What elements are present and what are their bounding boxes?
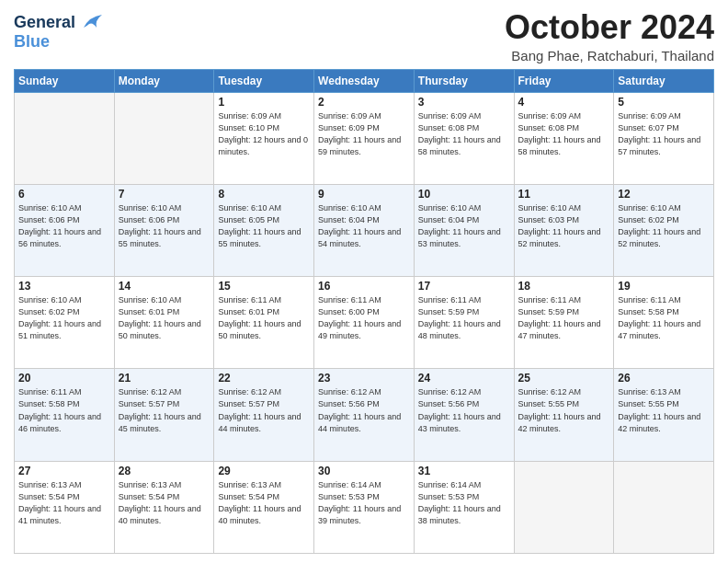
cell-info: Sunrise: 6:10 AMSunset: 6:04 PMDaylight:… xyxy=(318,202,410,250)
table-row: 22Sunrise: 6:12 AMSunset: 5:57 PMDayligh… xyxy=(214,369,314,461)
table-row: 25Sunrise: 6:12 AMSunset: 5:55 PMDayligh… xyxy=(514,369,614,461)
table-row xyxy=(114,92,214,184)
cell-info: Sunrise: 6:10 AMSunset: 6:05 PMDaylight:… xyxy=(218,202,310,250)
day-number: 18 xyxy=(518,280,610,293)
day-number: 28 xyxy=(119,465,210,477)
cell-info: Sunrise: 6:13 AMSunset: 5:54 PMDaylight:… xyxy=(218,479,310,527)
table-row: 29Sunrise: 6:13 AMSunset: 5:54 PMDayligh… xyxy=(214,461,314,553)
table-row: 9Sunrise: 6:10 AMSunset: 6:04 PMDaylight… xyxy=(314,184,415,276)
cell-info: Sunrise: 6:10 AMSunset: 6:06 PMDaylight:… xyxy=(18,202,110,250)
title-block: October 2024 Bang Phae, Ratchaburi, Thai… xyxy=(505,9,714,63)
col-friday: Friday xyxy=(514,69,614,92)
cell-info: Sunrise: 6:10 AMSunset: 6:01 PMDaylight:… xyxy=(119,294,210,342)
cell-info: Sunrise: 6:13 AMSunset: 5:55 PMDaylight:… xyxy=(618,386,710,434)
cell-info: Sunrise: 6:09 AMSunset: 6:08 PMDaylight:… xyxy=(518,110,610,158)
logo-blue-text: Blue xyxy=(14,32,102,52)
col-monday: Monday xyxy=(114,69,214,92)
cell-info: Sunrise: 6:09 AMSunset: 6:09 PMDaylight:… xyxy=(318,110,410,158)
day-number: 4 xyxy=(518,96,610,109)
day-number: 26 xyxy=(618,372,710,385)
table-row: 18Sunrise: 6:11 AMSunset: 5:59 PMDayligh… xyxy=(514,277,614,369)
table-row: 4Sunrise: 6:09 AMSunset: 6:08 PMDaylight… xyxy=(514,92,614,184)
day-number: 23 xyxy=(318,372,410,385)
day-number: 12 xyxy=(618,188,710,201)
day-number: 13 xyxy=(18,280,110,293)
table-row xyxy=(614,461,714,553)
table-row: 20Sunrise: 6:11 AMSunset: 5:58 PMDayligh… xyxy=(15,369,115,461)
header: General Blue October 2024 Bang Phae, Rat… xyxy=(14,9,714,63)
table-row: 31Sunrise: 6:14 AMSunset: 5:53 PMDayligh… xyxy=(414,461,514,553)
cell-info: Sunrise: 6:11 AMSunset: 5:59 PMDaylight:… xyxy=(518,294,610,342)
location: Bang Phae, Ratchaburi, Thailand xyxy=(505,48,714,63)
day-number: 6 xyxy=(18,188,110,201)
day-number: 21 xyxy=(119,372,210,385)
calendar-week-row: 27Sunrise: 6:13 AMSunset: 5:54 PMDayligh… xyxy=(15,461,714,553)
table-row: 13Sunrise: 6:10 AMSunset: 6:02 PMDayligh… xyxy=(15,277,115,369)
day-number: 27 xyxy=(18,465,110,477)
table-row: 26Sunrise: 6:13 AMSunset: 5:55 PMDayligh… xyxy=(614,369,714,461)
day-number: 2 xyxy=(318,96,410,109)
table-row: 7Sunrise: 6:10 AMSunset: 6:06 PMDaylight… xyxy=(114,184,214,276)
cell-info: Sunrise: 6:13 AMSunset: 5:54 PMDaylight:… xyxy=(119,479,210,527)
day-number: 8 xyxy=(218,188,310,201)
day-number: 24 xyxy=(418,372,510,385)
cell-info: Sunrise: 6:10 AMSunset: 6:03 PMDaylight:… xyxy=(518,202,610,250)
calendar-week-row: 13Sunrise: 6:10 AMSunset: 6:02 PMDayligh… xyxy=(15,277,714,369)
table-row: 21Sunrise: 6:12 AMSunset: 5:57 PMDayligh… xyxy=(114,369,214,461)
day-number: 19 xyxy=(618,280,710,293)
calendar-week-row: 20Sunrise: 6:11 AMSunset: 5:58 PMDayligh… xyxy=(15,369,714,461)
table-row xyxy=(15,92,115,184)
logo: General Blue xyxy=(14,13,102,51)
cell-info: Sunrise: 6:10 AMSunset: 6:02 PMDaylight:… xyxy=(18,294,110,342)
day-number: 16 xyxy=(318,280,410,293)
day-number: 31 xyxy=(418,465,510,477)
cell-info: Sunrise: 6:10 AMSunset: 6:02 PMDaylight:… xyxy=(618,202,710,250)
day-number: 7 xyxy=(119,188,210,201)
table-row: 23Sunrise: 6:12 AMSunset: 5:56 PMDayligh… xyxy=(314,369,415,461)
cell-info: Sunrise: 6:11 AMSunset: 6:01 PMDaylight:… xyxy=(218,294,310,342)
day-number: 5 xyxy=(618,96,710,109)
table-row: 19Sunrise: 6:11 AMSunset: 5:58 PMDayligh… xyxy=(614,277,714,369)
table-row: 3Sunrise: 6:09 AMSunset: 6:08 PMDaylight… xyxy=(414,92,514,184)
month-title: October 2024 xyxy=(505,9,714,46)
day-number: 14 xyxy=(119,280,210,293)
table-row xyxy=(514,461,614,553)
table-row: 15Sunrise: 6:11 AMSunset: 6:01 PMDayligh… xyxy=(214,277,314,369)
calendar-week-row: 1Sunrise: 6:09 AMSunset: 6:10 PMDaylight… xyxy=(15,92,714,184)
table-row: 17Sunrise: 6:11 AMSunset: 5:59 PMDayligh… xyxy=(414,277,514,369)
day-number: 30 xyxy=(318,465,410,477)
cell-info: Sunrise: 6:14 AMSunset: 5:53 PMDaylight:… xyxy=(418,479,510,527)
table-row: 5Sunrise: 6:09 AMSunset: 6:07 PMDaylight… xyxy=(614,92,714,184)
day-number: 3 xyxy=(418,96,510,109)
table-row: 6Sunrise: 6:10 AMSunset: 6:06 PMDaylight… xyxy=(15,184,115,276)
table-row: 1Sunrise: 6:09 AMSunset: 6:10 PMDaylight… xyxy=(214,92,314,184)
table-row: 30Sunrise: 6:14 AMSunset: 5:53 PMDayligh… xyxy=(314,461,415,553)
cell-info: Sunrise: 6:11 AMSunset: 5:59 PMDaylight:… xyxy=(418,294,510,342)
col-sunday: Sunday xyxy=(15,69,115,92)
day-number: 1 xyxy=(218,96,310,109)
table-row: 10Sunrise: 6:10 AMSunset: 6:04 PMDayligh… xyxy=(414,184,514,276)
cell-info: Sunrise: 6:09 AMSunset: 6:08 PMDaylight:… xyxy=(418,110,510,158)
cell-info: Sunrise: 6:12 AMSunset: 5:55 PMDaylight:… xyxy=(518,386,610,434)
col-wednesday: Wednesday xyxy=(314,69,415,92)
cell-info: Sunrise: 6:11 AMSunset: 6:00 PMDaylight:… xyxy=(318,294,410,342)
day-number: 15 xyxy=(218,280,310,293)
cell-info: Sunrise: 6:12 AMSunset: 5:56 PMDaylight:… xyxy=(318,386,410,434)
table-row: 27Sunrise: 6:13 AMSunset: 5:54 PMDayligh… xyxy=(15,461,115,553)
cell-info: Sunrise: 6:12 AMSunset: 5:56 PMDaylight:… xyxy=(418,386,510,434)
cell-info: Sunrise: 6:12 AMSunset: 5:57 PMDaylight:… xyxy=(119,386,210,434)
table-row: 28Sunrise: 6:13 AMSunset: 5:54 PMDayligh… xyxy=(114,461,214,553)
day-number: 10 xyxy=(418,188,510,201)
day-number: 29 xyxy=(218,465,310,477)
cell-info: Sunrise: 6:09 AMSunset: 6:07 PMDaylight:… xyxy=(618,110,710,158)
day-number: 20 xyxy=(18,372,110,385)
table-row: 11Sunrise: 6:10 AMSunset: 6:03 PMDayligh… xyxy=(514,184,614,276)
calendar-header-row: Sunday Monday Tuesday Wednesday Thursday… xyxy=(15,69,714,92)
cell-info: Sunrise: 6:14 AMSunset: 5:53 PMDaylight:… xyxy=(318,479,410,527)
cell-info: Sunrise: 6:11 AMSunset: 5:58 PMDaylight:… xyxy=(18,386,110,434)
table-row: 16Sunrise: 6:11 AMSunset: 6:00 PMDayligh… xyxy=(314,277,415,369)
table-row: 14Sunrise: 6:10 AMSunset: 6:01 PMDayligh… xyxy=(114,277,214,369)
cell-info: Sunrise: 6:11 AMSunset: 5:58 PMDaylight:… xyxy=(618,294,710,342)
cell-info: Sunrise: 6:10 AMSunset: 6:04 PMDaylight:… xyxy=(418,202,510,250)
day-number: 25 xyxy=(518,372,610,385)
